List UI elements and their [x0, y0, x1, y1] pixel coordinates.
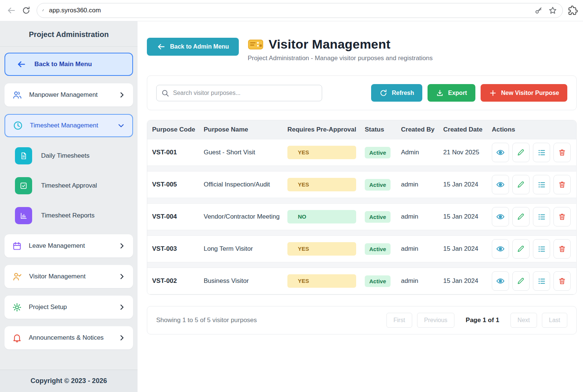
- check-square-icon: [15, 177, 32, 194]
- address-bar[interactable]: app.syros360.com: [37, 3, 563, 18]
- extensions-puzzle-icon[interactable]: [568, 6, 578, 15]
- details-list-button[interactable]: [533, 175, 550, 194]
- trash-icon: [558, 245, 566, 253]
- chevron-right-icon: [118, 334, 126, 342]
- edit-button[interactable]: [512, 143, 530, 162]
- delete-button[interactable]: [553, 207, 571, 226]
- view-button[interactable]: [492, 175, 509, 194]
- table-row: VST-004 Vendor/Contractor Meeting NO Act…: [147, 203, 576, 230]
- search-icon: [161, 89, 169, 97]
- sidebar-title: Project Administration: [0, 21, 138, 47]
- back-to-main-menu-button[interactable]: Back to Main Menu: [4, 53, 133, 76]
- purpose-name-cell: Long Term Visitor: [204, 245, 287, 253]
- back-arrow-icon: [6, 6, 16, 15]
- sidebar-item-label: Timesheet Management: [30, 122, 98, 129]
- sidebar-item-label: Project Setup: [29, 303, 67, 311]
- new-visitor-purpose-label: New Visitor Purpose: [501, 90, 559, 96]
- sidebar-item-visitor-management[interactable]: Visitor Management: [4, 265, 133, 288]
- row-actions: [492, 271, 576, 291]
- view-button[interactable]: [492, 271, 509, 291]
- purpose-name-cell: Official Inspection/Audit: [204, 181, 287, 188]
- delete-button[interactable]: [553, 143, 571, 162]
- edit-button[interactable]: [512, 271, 530, 291]
- column-header: Purpose Code: [152, 126, 204, 133]
- purpose-name-cell: Business Visitor: [204, 277, 287, 285]
- search-input[interactable]: [173, 90, 317, 96]
- trash-icon: [558, 148, 566, 157]
- page-subtitle: Project Administration - Manage visitor …: [248, 55, 433, 62]
- purpose-code-cell: VST-005: [152, 181, 204, 188]
- sidebar-item-manpower-management[interactable]: Manpower Management: [4, 83, 133, 107]
- details-list-button[interactable]: [533, 143, 550, 162]
- list-icon: [537, 245, 546, 253]
- chevron-right-icon: [118, 273, 126, 280]
- sidebar-item-announcements-notices[interactable]: Announcements & Notices: [4, 326, 133, 349]
- browser-chrome: app.syros360.com: [0, 0, 583, 21]
- pre-approval-badge: YES: [287, 178, 356, 191]
- refresh-icon: [379, 89, 388, 97]
- bookmark-star-icon[interactable]: [548, 6, 557, 15]
- sidebar-item-timesheet-management[interactable]: Timesheet Management: [4, 114, 133, 137]
- status-badge: Active: [365, 275, 391, 287]
- pre-approval-badge: NO: [287, 210, 356, 223]
- created-date-cell: 15 Jan 2024: [443, 245, 492, 253]
- clock-icon: [13, 120, 23, 131]
- export-button[interactable]: Export: [428, 84, 475, 102]
- refresh-button[interactable]: Refresh: [371, 84, 422, 102]
- search-box[interactable]: [156, 85, 322, 101]
- people-icon: [12, 90, 22, 100]
- edit-button[interactable]: [512, 175, 530, 194]
- pencil-icon: [517, 245, 525, 253]
- delete-button[interactable]: [553, 271, 571, 291]
- sidebar-item-leave-management[interactable]: Leave Management: [4, 234, 133, 257]
- sidebar-item-label: Announcements & Notices: [29, 334, 104, 342]
- delete-button[interactable]: [553, 175, 571, 194]
- column-header: Requires Pre-Approval: [287, 126, 365, 133]
- edit-button[interactable]: [512, 207, 530, 226]
- pagination-bar: Showing 1 to 5 of 5 visitor purposes Fir…: [147, 306, 577, 334]
- page-info: Page 1 of 1: [466, 317, 499, 324]
- bell-icon: [12, 333, 22, 343]
- purpose-code-cell: VST-001: [152, 149, 204, 156]
- view-button[interactable]: [492, 239, 509, 259]
- view-button[interactable]: [492, 143, 509, 162]
- sidebar-item-timesheet-approval[interactable]: Timesheet Approval: [15, 177, 133, 194]
- sidebar-item-project-setup[interactable]: Project Setup: [4, 296, 133, 319]
- first-page-button[interactable]: First: [386, 313, 412, 328]
- new-visitor-purpose-button[interactable]: New Visitor Purpose: [481, 84, 567, 102]
- list-icon: [537, 148, 546, 157]
- previous-page-button[interactable]: Previous: [417, 313, 454, 328]
- details-list-button[interactable]: [533, 239, 550, 259]
- edit-button[interactable]: [512, 239, 530, 259]
- next-page-button[interactable]: Next: [510, 313, 537, 328]
- chevron-right-icon: [118, 91, 126, 99]
- browser-reload-button[interactable]: [19, 3, 34, 18]
- view-button[interactable]: [492, 207, 509, 226]
- site-info-icon[interactable]: [41, 8, 46, 13]
- purpose-name-cell: Vendor/Contractor Meeting: [204, 213, 287, 220]
- url-text[interactable]: app.syros360.com: [49, 7, 534, 14]
- password-key-icon[interactable]: [534, 6, 543, 15]
- sidebar-item-timesheet-reports[interactable]: Timesheet Reports: [15, 207, 133, 224]
- created-by-cell: Admin: [401, 149, 443, 156]
- created-date-cell: 15 Jan 2024: [443, 181, 492, 188]
- table-row: VST-003 Long Term Visitor YES Active adm…: [147, 235, 576, 262]
- browser-back-button[interactable]: [4, 3, 19, 18]
- bar-chart-icon: [15, 207, 32, 224]
- delete-button[interactable]: [553, 239, 571, 259]
- copyright-text: Copyright © 2023 - 2026: [0, 370, 138, 392]
- back-to-admin-menu-label: Back to Admin Menu: [170, 43, 229, 50]
- plus-icon: [489, 89, 497, 97]
- sidebar-item-label: Timesheet Reports: [41, 212, 95, 219]
- arrow-left-icon: [157, 42, 166, 51]
- details-list-button[interactable]: [533, 207, 550, 226]
- list-icon: [537, 277, 546, 285]
- sidebar-item-label: Leave Management: [29, 242, 85, 250]
- sidebar-item-daily-timesheets[interactable]: Daily Timesheets: [15, 147, 133, 164]
- refresh-label: Refresh: [392, 90, 414, 96]
- details-list-button[interactable]: [533, 271, 550, 291]
- page-title: Visitor Management: [269, 37, 391, 52]
- table-row: VST-001 Guest - Short Visit YES Active A…: [147, 139, 576, 166]
- back-to-admin-menu-button[interactable]: Back to Admin Menu: [147, 38, 239, 56]
- last-page-button[interactable]: Last: [542, 313, 567, 328]
